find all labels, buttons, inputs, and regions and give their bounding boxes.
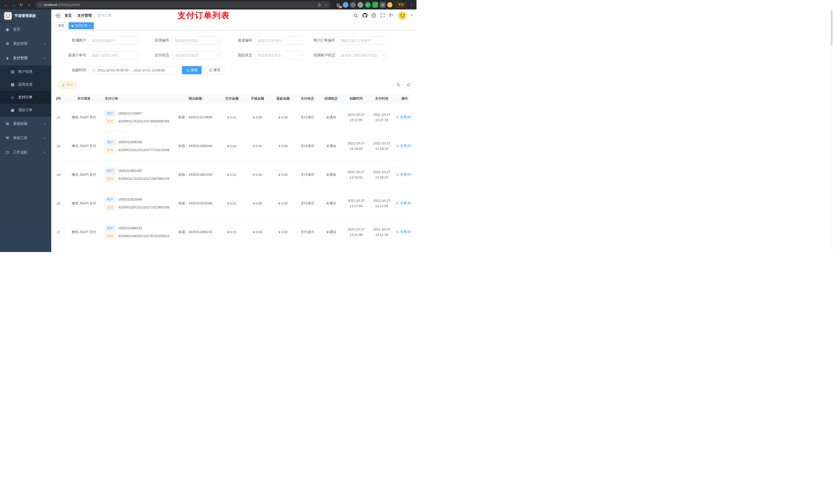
field-label: 商户订单编号 xyxy=(306,38,338,43)
document-icon: ▣ xyxy=(10,108,15,113)
cell-notify-status xyxy=(319,246,343,252)
share-icon[interactable] xyxy=(318,3,321,7)
sidebar-item-merchant-info[interactable]: ▤ 商户信息 xyxy=(0,65,51,78)
cell-pay-status xyxy=(296,246,319,252)
pay-time: 13:18:10 xyxy=(370,175,394,180)
cell-create-time: 2021-10-27 13:18:02 xyxy=(343,160,369,189)
cell-pay-order: 商户 1635312124657 支付 42000011742021102780… xyxy=(102,103,172,131)
chrome-update-button[interactable]: 更新 xyxy=(395,2,407,8)
sidebar-fold-icon[interactable] xyxy=(55,13,61,18)
chevron-down-icon: ∨ xyxy=(44,43,46,45)
merchant-order-no-input[interactable] xyxy=(338,37,387,45)
cell-pay-order: 商户 1635311881440 支付 42000011732021102728… xyxy=(102,160,172,189)
app-logo[interactable]: 芋道管理系统 xyxy=(0,9,51,22)
browser-profile-avatar[interactable] xyxy=(387,2,392,7)
tab-close-icon[interactable]: × xyxy=(89,24,91,27)
browser-reload-button[interactable]: ↻ xyxy=(18,2,25,8)
pay-time: 13:19:15 xyxy=(370,146,394,151)
merchant-order-no: 1635311823086 xyxy=(118,197,142,201)
create-date: 2021-10-27 xyxy=(344,226,368,232)
sidebar-item-home[interactable]: ◉ 首页 xyxy=(0,22,51,37)
font-size-icon[interactable]: TT xyxy=(389,14,393,18)
extension-icon-notes[interactable] xyxy=(373,2,378,8)
app-title: 芋道管理系统 xyxy=(14,14,36,18)
cell-notify-status: 未通知 xyxy=(319,131,343,160)
address-bar[interactable]: ⓘ localhost :1024/pay/order ☆ xyxy=(35,1,331,8)
sidebar-item-refund-order[interactable]: ▣ 退款订单 xyxy=(0,104,51,117)
sidebar-item-system[interactable]: ⚙ 系统管理 ∨ xyxy=(0,37,51,51)
page-content: 所属商户 应用编号 ∨ 渠道编码 ∨ 商户订单编号 xyxy=(51,30,416,252)
browser-back-button[interactable]: ← xyxy=(3,2,9,8)
breadcrumb-home[interactable]: 首页 xyxy=(65,13,72,18)
range-start-value: 2021-10-01 00:00:00 xyxy=(98,68,128,72)
cell-amount xyxy=(219,246,245,252)
table-row: 118 微信 JSAPI 支付 商户 1635311823086 支付 xyxy=(56,189,411,218)
bookmark-star-icon[interactable]: ☆ xyxy=(324,3,328,7)
cell-product-title: 标题：1635311881439 xyxy=(172,160,219,189)
extension-icon-drop[interactable] xyxy=(343,2,348,8)
sidebar-item-infra[interactable]: ⊞ 基础设施 ∨ xyxy=(0,117,51,131)
filter-channel-order-no: 渠道订单号 xyxy=(57,51,138,59)
caret-down-icon[interactable]: ▾ xyxy=(411,14,412,17)
site-info-icon[interactable]: ⓘ xyxy=(39,3,42,7)
browser-home-button[interactable]: ⌂ xyxy=(26,2,32,8)
github-icon[interactable] xyxy=(362,13,367,18)
search-icon xyxy=(396,202,399,205)
search-icon[interactable] xyxy=(354,13,358,18)
dashboard-icon: ◉ xyxy=(5,27,10,32)
cell-pay-time xyxy=(369,246,395,252)
merchant-select[interactable] xyxy=(89,37,138,45)
target-icon: ◎ xyxy=(10,95,15,100)
table-header: 编号 支付渠道 支付订单 商品标题 支付金额 手续金额 退款金额 支付状态 回调… xyxy=(56,94,411,103)
help-icon[interactable]: ? xyxy=(372,13,376,18)
view-detail-link[interactable]: 查看详情 xyxy=(396,230,411,234)
app-select[interactable] xyxy=(172,37,221,45)
cell-actions: 查看详情 xyxy=(395,189,411,218)
channel-code-select[interactable] xyxy=(255,37,304,45)
header-status: 支付状态 xyxy=(296,94,319,103)
refresh-table-button[interactable] xyxy=(405,81,412,89)
cell-notify-status: 未通知 xyxy=(319,160,343,189)
browser-menu-icon[interactable]: ⋮ xyxy=(408,3,414,7)
create-date: 2021-10-27 xyxy=(344,141,368,146)
sidebar-item-dev-tools[interactable]: ⚒ 研发工具 ∨ xyxy=(0,131,51,145)
reset-button[interactable]: 重置 xyxy=(205,66,224,74)
extension-icon-grid[interactable]: ▦10 xyxy=(335,2,341,8)
user-avatar[interactable] xyxy=(398,11,406,20)
toggle-search-button[interactable] xyxy=(395,81,402,89)
refund-status-select[interactable] xyxy=(255,51,304,59)
refresh-icon xyxy=(407,83,410,87)
sidebar-item-pay-order[interactable]: ◎ 支付订单 xyxy=(0,91,51,104)
channel-order-no-input[interactable] xyxy=(89,51,138,59)
extensions-puzzle-icon[interactable]: ▦ xyxy=(380,2,385,8)
view-detail-link[interactable]: 查看详情 xyxy=(396,115,411,120)
cell-pay-channel: 微信 JSAPI 支付 xyxy=(65,189,102,218)
browser-forward-button[interactable]: → xyxy=(10,2,17,8)
tab-home[interactable]: 首页 xyxy=(55,22,67,29)
merchant-tag: 商户 xyxy=(105,196,116,202)
extension-icon-dark[interactable] xyxy=(350,2,356,8)
sidebar-item-label: 研发工具 xyxy=(13,136,44,140)
pay-date: 2021-10-27 xyxy=(370,198,394,203)
callback-status-select[interactable] xyxy=(338,51,387,59)
breadcrumb-pay[interactable]: 支付管理 xyxy=(77,13,92,18)
merchant-order-no: 1635311468233 xyxy=(118,226,142,230)
sidebar-item-app-info[interactable]: ▦ 应用信息 xyxy=(0,78,51,91)
cell-pay-status: 支付成功 xyxy=(296,160,319,189)
fullscreen-icon[interactable] xyxy=(380,13,385,18)
pay-status-select[interactable] xyxy=(172,51,221,59)
extension-icon-olive[interactable] xyxy=(358,2,363,8)
cell-amount: ¥ 0.01 xyxy=(219,131,245,160)
sidebar-item-workflow[interactable]: ⊡ 工作流程 ∨ xyxy=(0,145,51,160)
create-time-range-picker[interactable]: 2021-10-01 00:00:00 - 2021-10-31 23:59:5… xyxy=(89,66,176,74)
sidebar-item-pay[interactable]: ¥ 支付管理 ∧ xyxy=(0,51,51,65)
sidebar-item-label: 商户信息 xyxy=(18,69,51,74)
view-detail-link[interactable]: 查看详情 xyxy=(396,201,411,206)
create-date: 2021-10-27 xyxy=(344,169,368,175)
tab-pay-order[interactable]: 支付订单 × xyxy=(69,22,94,29)
view-detail-link[interactable]: 查看详情 xyxy=(396,172,411,177)
extension-icon-check[interactable]: ✓ xyxy=(365,2,371,8)
export-button[interactable]: 导出 xyxy=(58,81,77,89)
view-detail-link[interactable]: 查看详情 xyxy=(396,144,411,148)
search-button[interactable]: 搜索 xyxy=(182,66,201,74)
